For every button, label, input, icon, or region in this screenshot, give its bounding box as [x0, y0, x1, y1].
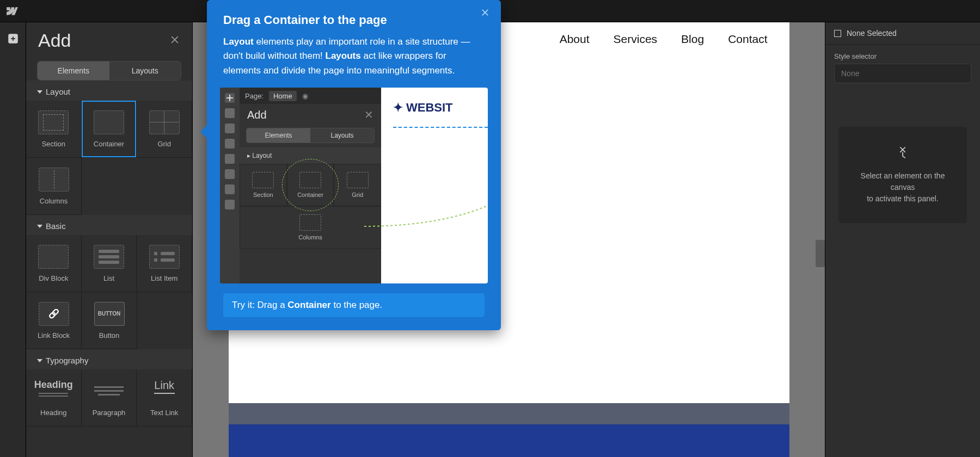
close-icon[interactable]: [480, 8, 490, 20]
add-panel: Add Elements Layouts Layout Section Cont…: [26, 22, 193, 457]
tile-button[interactable]: BUTTON Button: [82, 292, 137, 349]
shot-plus-icon: [225, 93, 235, 103]
shot-rail-icon: [225, 108, 235, 118]
nav-link-services[interactable]: Services: [614, 33, 658, 46]
tile-container[interactable]: Container: [82, 101, 137, 158]
add-panel-title: Add: [38, 30, 71, 51]
section-icon: [38, 110, 69, 134]
add-elements-icon[interactable]: [0, 26, 26, 52]
insert-indicator: [393, 127, 488, 128]
group-basic[interactable]: Basic: [26, 215, 192, 235]
callout-title: Drag a Container to the page: [223, 13, 485, 27]
tutorial-callout: Drag a Container to the page Layout elem…: [207, 0, 501, 330]
tile-divblock[interactable]: Div Block: [26, 235, 82, 292]
divblock-icon: [38, 245, 69, 269]
style-selector-input[interactable]: [834, 64, 971, 83]
caret-down-icon: [37, 90, 42, 94]
tile-section[interactable]: Section: [26, 101, 82, 158]
left-rail: [0, 22, 26, 457]
webflow-logo[interactable]: [5, 5, 18, 17]
style-empty-state: Select an element on the canvas to activ…: [838, 127, 967, 223]
tile-linkblock[interactable]: Link Block: [26, 292, 82, 349]
listitem-icon: [149, 245, 180, 269]
columns-icon: [39, 168, 69, 192]
tile-list[interactable]: List: [82, 235, 137, 292]
close-icon[interactable]: [169, 34, 180, 47]
nav-link-blog[interactable]: Blog: [681, 33, 704, 46]
selection-state: None Selected: [825, 22, 980, 45]
shot-rail-icon: [225, 139, 235, 149]
callout-screenshot: Page: Home ◉ Add ✕ Elements Layouts ▸ La…: [220, 88, 488, 283]
shot-rail-icon: [225, 184, 235, 194]
tile-textlink[interactable]: Link Text Link: [137, 369, 192, 427]
callout-body: Layout elements play an important role i…: [223, 35, 485, 78]
tile-columns[interactable]: Columns: [26, 158, 82, 215]
group-typography[interactable]: Typography: [26, 349, 192, 369]
caret-down-icon: [37, 359, 42, 362]
footer-band: [229, 424, 789, 457]
square-icon: [834, 30, 841, 37]
style-panel: None Selected Style selector Select an e…: [825, 22, 980, 457]
style-selector-label: Style selector: [825, 45, 980, 64]
container-icon: [94, 110, 124, 134]
seg-layouts[interactable]: Layouts: [109, 61, 181, 80]
shot-rail-icon: [225, 154, 235, 164]
grid-icon: [149, 110, 180, 134]
caret-down-icon: [37, 225, 42, 228]
tile-paragraph[interactable]: Paragraph: [82, 369, 137, 427]
paragraph-icon: [94, 379, 124, 403]
add-panel-segmented: Elements Layouts: [37, 61, 181, 81]
textlink-icon: Link: [149, 379, 180, 403]
group-layout[interactable]: Layout: [26, 81, 192, 101]
seg-elements[interactable]: Elements: [38, 61, 109, 80]
shot-rail-icon: [225, 169, 235, 179]
callout-try: Try it: Drag a Container to the page.: [223, 293, 485, 317]
scrollbar-thumb[interactable]: [816, 240, 825, 267]
tile-grid[interactable]: Grid: [137, 101, 192, 158]
shot-rail-icon: [225, 200, 235, 209]
shot-rail-icon: [225, 123, 235, 133]
heading-icon: Heading: [38, 379, 69, 403]
tile-heading[interactable]: Heading Heading: [26, 369, 82, 427]
list-icon: [94, 245, 124, 269]
tile-listitem[interactable]: List Item: [137, 235, 192, 292]
nav-link-contact[interactable]: Contact: [728, 33, 767, 46]
button-icon: BUTTON: [94, 302, 125, 326]
nav-link-about[interactable]: About: [560, 33, 590, 46]
linkblock-icon: [39, 302, 69, 326]
